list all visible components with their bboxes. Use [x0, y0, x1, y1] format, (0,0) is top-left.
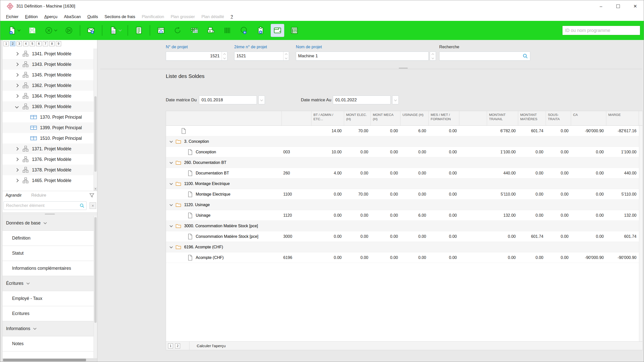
form-view-button[interactable]: [288, 24, 301, 37]
tree-item[interactable]: 1370. Projet Principal: [3, 112, 94, 122]
date-from-dropdown[interactable]: [258, 96, 265, 104]
chevron-down-icon[interactable]: [54, 28, 57, 31]
chevron-down-icon[interactable]: [170, 161, 173, 164]
column-header-0[interactable]: [166, 111, 282, 125]
chevron-right-icon[interactable]: [15, 94, 19, 98]
tree-item[interactable]: 1399. Projet Principal: [3, 122, 94, 133]
menu-aper-u[interactable]: Aperçu: [41, 14, 61, 19]
grid-scrollbar[interactable]: [639, 126, 642, 341]
menu-abascan[interactable]: AbaScan: [61, 14, 84, 19]
chevron-right-icon[interactable]: [15, 158, 19, 161]
nav-horizontal-scrollbar[interactable]: [3, 358, 97, 362]
minimize-button[interactable]: –: [592, 0, 610, 12]
collapse-all-button[interactable]: Réduire: [31, 193, 46, 198]
expand-all-button[interactable]: Agrandir: [6, 193, 22, 198]
grid-row-group[interactable]: 6196. Acompte (CHF): [166, 242, 639, 252]
nav-item-employé-taux[interactable]: Employé - Taux: [3, 291, 94, 306]
tree-scrollbar[interactable]: ▼: [94, 49, 97, 191]
chevron-down-icon[interactable]: [170, 245, 173, 248]
element-search-input[interactable]: [4, 201, 87, 210]
menu-fichier[interactable]: Fichier: [3, 14, 22, 19]
column-header-5[interactable]: USINAGE (H): [400, 111, 429, 125]
date-to-dropdown[interactable]: [392, 96, 399, 104]
nav-item-informations-complémentaires[interactable]: Informations complémentaires: [3, 261, 94, 276]
grid-row-leaf[interactable]: Documentation BT2604.000.000.000.000.004…: [166, 168, 639, 178]
tree-item[interactable]: 1341. Projet Modèle: [3, 49, 94, 59]
header-splitter-handle[interactable]: [399, 68, 408, 69]
chevron-right-icon[interactable]: [15, 84, 19, 87]
chevron-right-icon[interactable]: [15, 168, 19, 172]
chevron-right-icon[interactable]: [15, 52, 19, 56]
chevron-right-icon[interactable]: [15, 73, 19, 77]
menu-sections-de-frais[interactable]: Sections de frais: [101, 14, 138, 19]
nav-item-partial[interactable]: [3, 351, 94, 358]
refresh-button[interactable]: [171, 24, 184, 37]
tree-item[interactable]: 1343. Projet Modèle: [3, 59, 94, 70]
column-header-9[interactable]: MONTANT MATIÈRES: [518, 111, 546, 125]
page-tab-9[interactable]: 9: [56, 41, 61, 46]
search-icon[interactable]: [522, 53, 528, 59]
tree-item[interactable]: 1345. Projet Modèle: [3, 70, 94, 80]
record-search-input[interactable]: [439, 52, 522, 60]
date-to-field[interactable]: 01.01.2022: [333, 96, 391, 104]
chevron-down-icon[interactable]: [170, 182, 173, 185]
tree-item[interactable]: 1362. Projet Modèle: [3, 80, 94, 91]
search-icon[interactable]: [79, 203, 85, 208]
nav-item-ecritures[interactable]: Ecritures: [3, 306, 94, 321]
menu-outils[interactable]: Outils: [84, 14, 101, 19]
preview-window-button[interactable]: [154, 24, 168, 37]
chevron-down-icon[interactable]: [170, 224, 173, 227]
page-tab-2[interactable]: 2: [10, 41, 15, 46]
chevron-down-icon[interactable]: [118, 28, 122, 31]
column-header-3[interactable]: MONT ELEC. (H): [344, 111, 371, 125]
menu-?[interactable]: ?: [227, 14, 236, 19]
nav-item-notes[interactable]: Notes: [3, 336, 94, 351]
grid-row-leaf[interactable]: Usinage11200.000.000.006.000.00132.000.0…: [166, 210, 639, 221]
grid-row-group[interactable]: 1120. Usinage: [166, 200, 639, 210]
tree-item[interactable]: 1369. Projet Modèle: [3, 101, 94, 112]
grid-button[interactable]: [188, 24, 201, 37]
close-button[interactable]: ✕: [627, 0, 644, 12]
page-tab-4[interactable]: 4: [23, 41, 28, 46]
second-project-number-stepper[interactable]: [283, 52, 289, 60]
project-name-stepper[interactable]: [430, 52, 436, 61]
add-circle-button[interactable]: [237, 24, 251, 37]
chevron-down-icon[interactable]: [17, 28, 21, 31]
tree-item[interactable]: 1378. Projet Modèle: [3, 165, 94, 175]
new-message-button[interactable]: [85, 24, 98, 37]
date-from-field[interactable]: 01.01.2018: [199, 96, 257, 104]
project-name-input[interactable]: [296, 52, 428, 60]
column-header-11[interactable]: CA: [571, 111, 606, 125]
grid-row-group[interactable]: 260. Documentation BT: [166, 157, 639, 168]
cancel-button[interactable]: [42, 24, 59, 37]
nav-section-écritures[interactable]: Écritures: [3, 276, 94, 291]
tree-item[interactable]: 1465. Projet Modèle: [3, 175, 94, 186]
column-header-4[interactable]: MONT MECA (H): [371, 111, 400, 125]
second-project-number-input[interactable]: [234, 52, 283, 60]
nav-section-informations[interactable]: Informations: [3, 321, 94, 336]
calculate-preview-button[interactable]: Calculer l'aperçu: [197, 344, 226, 348]
chevron-right-icon[interactable]: [15, 147, 19, 151]
page-tab-5[interactable]: 5: [30, 41, 35, 46]
maximize-button[interactable]: [610, 0, 627, 12]
grid-row-leaf[interactable]: Acompte (CHF)61960.000.000.000.000.000.0…: [166, 252, 639, 263]
nav-item-définition[interactable]: Définition: [3, 231, 94, 246]
tree-item[interactable]: 1371. Projet Modèle: [3, 144, 94, 154]
grid-row-group[interactable]: 3000. Consommation Matière Stock [pce]: [166, 221, 639, 231]
report-button[interactable]: [132, 24, 145, 37]
card-view-button[interactable]: [271, 24, 284, 37]
filter-icon[interactable]: [89, 193, 95, 198]
chevron-down-icon[interactable]: [170, 203, 173, 206]
clear-search-button[interactable]: ✕: [90, 202, 96, 209]
chevron-right-icon[interactable]: [15, 179, 19, 182]
column-header-6[interactable]: MES / MET / FORMATION: [429, 111, 459, 125]
project-number-input[interactable]: [166, 52, 222, 60]
paste-add-button[interactable]: [254, 24, 267, 37]
column-header-2[interactable]: BT / ADMIN / ETC...: [311, 111, 344, 125]
panel-splitter[interactable]: [3, 212, 97, 215]
grid-row-group[interactable]: 3. Conception: [166, 136, 639, 147]
grid-row-leaf[interactable]: Consommation Matière Stock [pce]30000.00…: [166, 231, 639, 242]
grid-row-total[interactable]: 14.0070.000.006.000.006'782.00601.740.00…: [166, 126, 639, 136]
program-search-input[interactable]: [562, 26, 640, 35]
footer-page-1[interactable]: 1: [168, 343, 173, 348]
